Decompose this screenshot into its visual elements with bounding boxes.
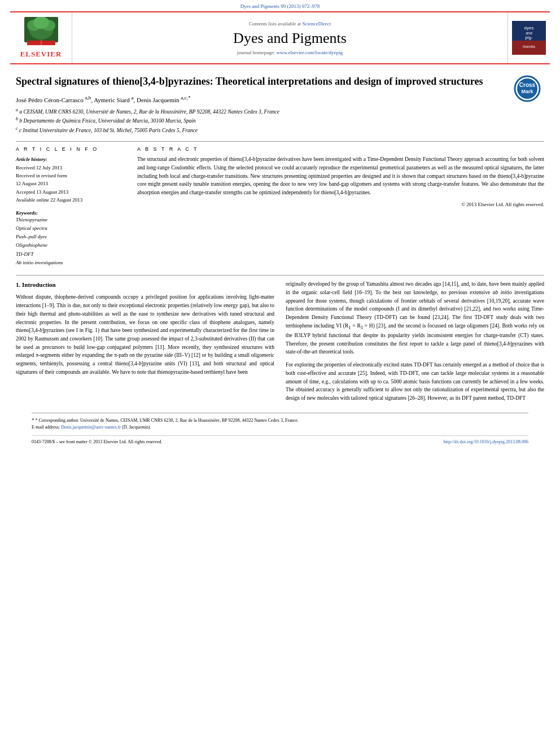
journal-icon-area: dyes and pig- ments bbox=[508, 12, 550, 63]
introduction-col-left: 1. Introduction Without dispute, thiophe… bbox=[16, 280, 274, 407]
accepted-date: Accepted 13 August 2013 bbox=[16, 188, 126, 196]
journal-cover-svg: dyes and pig- ments bbox=[512, 21, 546, 55]
article-footer: * * Corresponding author. Université de … bbox=[32, 413, 528, 445]
crossmark-badge: Cross Mark bbox=[513, 75, 544, 106]
journal-title: Dyes and Pigments bbox=[233, 30, 347, 47]
available-date: Available online 22 August 2013 bbox=[16, 196, 126, 204]
elsevier-text: ELSEVIER bbox=[20, 50, 62, 59]
article-content: Spectral signatures of thieno[3,4-b]pyra… bbox=[0, 64, 560, 450]
copyright-line: © 2013 Elsevier Ltd. All rights reserved… bbox=[137, 202, 544, 207]
introduction-section: 1. Introduction Without dispute, thiophe… bbox=[16, 280, 544, 407]
elsevier-logo: ELSEVIER bbox=[20, 17, 62, 59]
svg-text:pig-: pig- bbox=[525, 35, 533, 40]
keywords-label: Keywords: bbox=[16, 210, 126, 216]
authors-text: José Pédro Céron-Carrasco a,b, Aymeric S… bbox=[16, 97, 191, 103]
journal-homepage: journal homepage: www.elsevier.com/locat… bbox=[237, 50, 343, 55]
journal-citation: Dyes and Pigments 99 (2013) 972–978 bbox=[240, 3, 320, 9]
intro-paragraph-right-2: For exploring the properties of electron… bbox=[286, 361, 544, 403]
sciencedirect-prefix: Contents lists available at bbox=[249, 21, 302, 27]
keyword-4: Oligothiophene bbox=[16, 241, 126, 250]
email-label: E-mail address: bbox=[32, 425, 60, 430]
svg-text:ments: ments bbox=[523, 44, 535, 49]
homepage-prefix: journal homepage: bbox=[237, 50, 276, 55]
section-1-title: 1. Introduction bbox=[16, 280, 274, 290]
elsevier-logo-area: ELSEVIER bbox=[10, 12, 72, 63]
received-date: Received 12 July 2013 bbox=[16, 164, 126, 172]
affiliation-a: a a CEISAM, UMR CNRS 6230, Université de… bbox=[16, 107, 544, 116]
journal-cover-icon: dyes and pig- ments bbox=[512, 21, 546, 55]
keyword-1: Thienopyrazine bbox=[16, 216, 126, 224]
revised-label: Received in revised form bbox=[16, 172, 126, 180]
article-info-column: A R T I C L E I N F O Article history: R… bbox=[16, 146, 126, 267]
email-suffix: (D. Jacquemin). bbox=[122, 425, 151, 430]
article-title-area: Spectral signatures of thieno[3,4-b]pyra… bbox=[16, 75, 544, 88]
affiliations-block: a a CEISAM, UMR CNRS 6230, Université de… bbox=[16, 107, 544, 134]
keyword-6: Ab initio investigations bbox=[16, 259, 126, 267]
footer-issn: 0143-7208/$ – see front matter © 2013 El… bbox=[32, 439, 163, 444]
introduction-col-right: originally developed by the group of Yam… bbox=[286, 280, 544, 407]
footer-email: E-mail address: Denis.jacquemin@univ-nan… bbox=[32, 424, 528, 431]
abstract-text: The structural and electronic properties… bbox=[137, 155, 544, 197]
svg-text:dyes: dyes bbox=[524, 25, 534, 30]
footer-note: * * Corresponding author. Université de … bbox=[32, 417, 528, 425]
email-address[interactable]: Denis.jacquemin@univ-nantes.fr bbox=[61, 425, 121, 430]
history-label: Article history: bbox=[16, 155, 126, 163]
svg-text:and: and bbox=[526, 31, 532, 35]
keyword-5: TD-DFT bbox=[16, 250, 126, 259]
keywords-block: Keywords: Thienopyrazine Optical spectra… bbox=[16, 210, 126, 268]
svg-text:Mark: Mark bbox=[521, 89, 533, 94]
sciencedirect-line: Contents lists available at ScienceDirec… bbox=[249, 21, 331, 27]
footer-doi[interactable]: http://dx.doi.org/10.1016/j.dyepig.2013.… bbox=[444, 439, 528, 444]
article-history: Article history: Received 12 July 2013 R… bbox=[16, 155, 126, 204]
intro-paragraph-right-1: originally developed by the group of Yam… bbox=[286, 280, 544, 356]
sciencedirect-link[interactable]: ScienceDirect bbox=[303, 21, 331, 27]
revised-date: 12 August 2013 bbox=[16, 180, 126, 187]
affiliation-b: b b Departamento de Química Física, Univ… bbox=[16, 116, 544, 125]
article-info-heading: A R T I C L E I N F O bbox=[16, 146, 126, 152]
intro-paragraph-left: Without dispute, thiophene-derived compo… bbox=[16, 293, 274, 376]
footer-bottom: 0143-7208/$ – see front matter © 2013 El… bbox=[32, 435, 528, 444]
keyword-2: Optical spectra bbox=[16, 224, 126, 233]
elsevier-tree-icon bbox=[21, 17, 61, 48]
keywords-list: Thienopyrazine Optical spectra Push–pull… bbox=[16, 216, 126, 268]
divider-1 bbox=[16, 141, 544, 142]
article-title-text: Spectral signatures of thieno[3,4-b]pyra… bbox=[16, 76, 483, 87]
svg-text:Cross: Cross bbox=[519, 82, 536, 88]
journal-ref-line: Dyes and Pigments 99 (2013) 972–978 bbox=[0, 0, 560, 11]
footnote-star: * bbox=[32, 417, 34, 423]
authors-line: José Pédro Céron-Carrasco a,b, Aymeric S… bbox=[16, 95, 544, 103]
homepage-url[interactable]: www.elsevier.com/locate/dyepig bbox=[277, 50, 343, 55]
svg-point-5 bbox=[33, 17, 49, 29]
divider-2 bbox=[16, 275, 544, 276]
page: Dyes and Pigments 99 (2013) 972–978 bbox=[0, 0, 560, 747]
crossmark-icon: Cross Mark bbox=[513, 75, 541, 103]
info-abstract-section: A R T I C L E I N F O Article history: R… bbox=[16, 146, 544, 267]
abstract-column: A B S T R A C T The structural and elect… bbox=[137, 146, 544, 267]
journal-header: ELSEVIER Contents lists available at Sci… bbox=[10, 11, 550, 64]
journal-title-area: Contents lists available at ScienceDirec… bbox=[72, 12, 508, 63]
abstract-heading: A B S T R A C T bbox=[137, 146, 544, 152]
corresponding-author-note: * Corresponding author. Université de Na… bbox=[36, 418, 299, 423]
affiliation-c: c c Institut Universitaire de France, 10… bbox=[16, 125, 544, 134]
keyword-3: Push–pull dyes bbox=[16, 233, 126, 241]
